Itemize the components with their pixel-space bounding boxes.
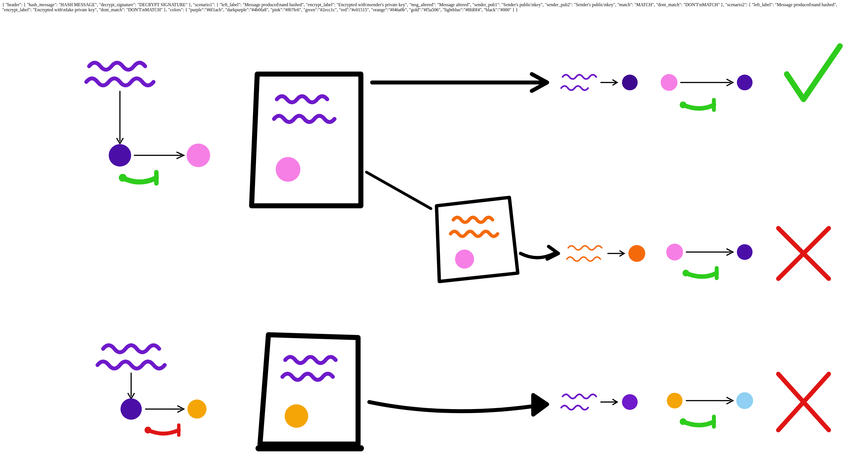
hash-squiggle-icon (563, 394, 596, 399)
signature-dot-icon (666, 244, 683, 261)
hash-dot-icon (121, 399, 142, 420)
hash-squiggle-icon (568, 246, 601, 250)
public-key-icon (683, 421, 714, 425)
hash-dot-icon (622, 75, 638, 90)
private-key-icon (119, 174, 127, 182)
signature-dot-icon (667, 393, 683, 409)
hash-squiggle-icon (561, 406, 588, 410)
message-squiggle-icon (89, 63, 145, 70)
public-key-icon (680, 101, 686, 108)
diagram-canvas (2, 12, 866, 470)
document-signature-icon (276, 157, 301, 182)
decrypted-dot-icon (737, 75, 752, 90)
hash-dot-icon (622, 394, 638, 410)
public-key-icon (683, 105, 714, 108)
checkmark-icon (786, 46, 840, 99)
document-squiggle-icon (277, 96, 327, 102)
hash-squiggle-icon (561, 86, 588, 90)
altered-squiggle-icon (451, 231, 498, 236)
message-squiggle-icon (103, 345, 159, 352)
private-key-icon (123, 178, 156, 182)
hash-dot-icon (628, 245, 645, 262)
public-key-icon (686, 273, 716, 276)
decrypted-dot-icon (737, 244, 752, 260)
signature-dot-icon (187, 144, 210, 167)
hash-dot-icon (109, 144, 131, 167)
message-squiggle-icon (97, 361, 165, 369)
branch-line-icon (366, 172, 431, 208)
altered-signature-icon (455, 249, 474, 269)
fake-key-icon (148, 430, 179, 433)
hash-squiggle-icon (567, 257, 600, 261)
signature-dot-icon (188, 400, 207, 419)
document-icon (251, 74, 361, 206)
arrow-icon (533, 395, 547, 415)
arrow-icon (369, 402, 543, 411)
fake-key-icon (145, 427, 151, 433)
document-squiggle-icon (285, 357, 336, 363)
public-key-icon (682, 270, 689, 276)
signature-dot-icon (661, 74, 678, 91)
hash-squiggle-icon (563, 75, 596, 79)
public-key-icon (680, 418, 686, 425)
document-signature-icon (285, 404, 308, 428)
altered-document-icon (437, 198, 518, 282)
document-squiggle-icon (274, 116, 335, 122)
document-icon (260, 335, 358, 444)
document-squiggle-icon (282, 374, 333, 380)
decrypted-dot-icon (736, 392, 753, 409)
altered-squiggle-icon (454, 217, 493, 222)
message-squiggle-icon (86, 78, 154, 85)
